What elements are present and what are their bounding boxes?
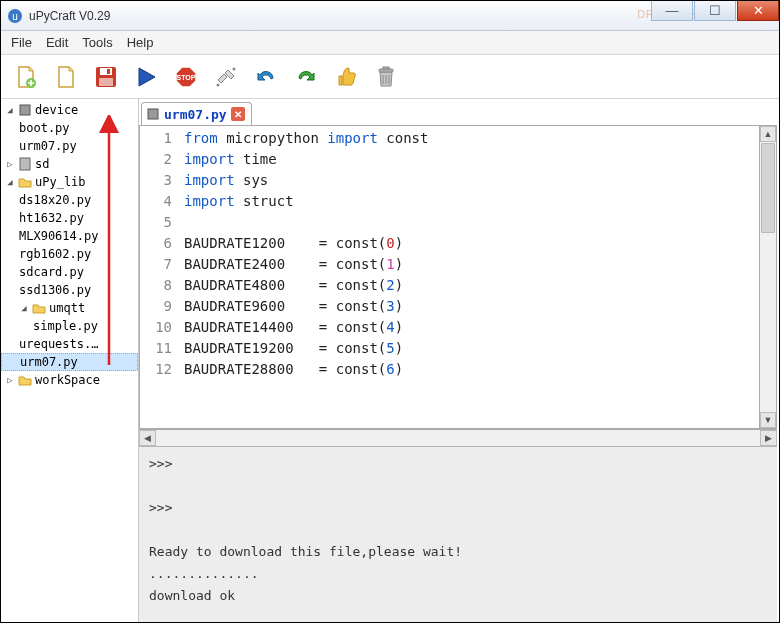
tree-label: workSpace bbox=[35, 373, 100, 387]
tree-label: sdcard.py bbox=[19, 265, 84, 279]
toolbar: STOP bbox=[1, 55, 779, 99]
titlebar: u uPyCraft V0.29 DF创客社区 — ☐ ✕ bbox=[1, 1, 779, 31]
console-line: download ok bbox=[149, 588, 235, 603]
tree-file[interactable]: MLX90614.py bbox=[1, 227, 138, 245]
new-file-button[interactable] bbox=[11, 62, 41, 92]
tree-node-upylib[interactable]: ◢uPy_lib bbox=[1, 173, 138, 191]
svg-rect-17 bbox=[20, 158, 30, 170]
stop-button[interactable]: STOP bbox=[171, 62, 201, 92]
console-line: >>> bbox=[149, 500, 172, 515]
svg-rect-19 bbox=[148, 109, 158, 119]
menu-tools[interactable]: Tools bbox=[82, 35, 112, 50]
svg-point-10 bbox=[233, 67, 236, 70]
scroll-right-icon[interactable]: ▶ bbox=[760, 430, 777, 446]
connect-button[interactable] bbox=[211, 62, 241, 92]
svg-point-9 bbox=[217, 83, 220, 86]
tab-label: urm07.py bbox=[164, 107, 227, 122]
menu-edit[interactable]: Edit bbox=[46, 35, 68, 50]
console-line: Ready to download this file,please wait! bbox=[149, 544, 462, 559]
tree-label: rgb1602.py bbox=[19, 247, 91, 261]
save-button[interactable] bbox=[91, 62, 121, 92]
sd-icon bbox=[18, 157, 32, 171]
expand-icon[interactable]: ▷ bbox=[5, 159, 15, 169]
tree-label: ds18x20.py bbox=[19, 193, 91, 207]
collapse-icon[interactable]: ◢ bbox=[5, 105, 15, 115]
tree-file[interactable]: ht1632.py bbox=[1, 209, 138, 227]
code-editor[interactable]: 123456789101112 from micropython import … bbox=[139, 125, 777, 429]
tree-node-umqtt[interactable]: ◢umqtt bbox=[1, 299, 138, 317]
content-area: ◢device boot.py urm07.py ▷sd ◢uPy_lib ds… bbox=[1, 99, 779, 622]
tree-file[interactable]: boot.py bbox=[1, 119, 138, 137]
minimize-button[interactable]: — bbox=[651, 1, 693, 21]
tree-file[interactable]: ds18x20.py bbox=[1, 191, 138, 209]
folder-icon bbox=[32, 301, 46, 315]
tree-file[interactable]: ssd1306.py bbox=[1, 281, 138, 299]
tab-urm07[interactable]: urm07.py ✕ bbox=[141, 102, 252, 126]
app-icon: u bbox=[7, 8, 23, 24]
tree-node-sd[interactable]: ▷sd bbox=[1, 155, 138, 173]
tree-label: sd bbox=[35, 157, 49, 171]
menu-file[interactable]: File bbox=[11, 35, 32, 50]
collapse-icon[interactable]: ◢ bbox=[19, 303, 29, 313]
undo-button[interactable] bbox=[251, 62, 281, 92]
tree-label: uPy_lib bbox=[35, 175, 86, 189]
svg-text:u: u bbox=[12, 11, 18, 22]
open-file-button[interactable] bbox=[51, 62, 81, 92]
maximize-button[interactable]: ☐ bbox=[694, 1, 736, 21]
tree-label: urm07.py bbox=[20, 355, 78, 369]
menu-help[interactable]: Help bbox=[127, 35, 154, 50]
tree-label: ht1632.py bbox=[19, 211, 84, 225]
svg-rect-4 bbox=[100, 68, 112, 75]
tree-file[interactable]: urm07.py bbox=[1, 137, 138, 155]
scroll-thumb[interactable] bbox=[761, 143, 775, 233]
like-button[interactable] bbox=[331, 62, 361, 92]
folder-icon bbox=[18, 175, 32, 189]
tree-label: device bbox=[35, 103, 78, 117]
tree-label: urequests.… bbox=[19, 337, 98, 351]
vertical-scrollbar[interactable]: ▲ ▼ bbox=[759, 126, 776, 428]
repl-console[interactable]: >>> >>> Ready to download this file,plea… bbox=[139, 446, 777, 622]
menubar: File Edit Tools Help bbox=[1, 31, 779, 55]
tree-file[interactable]: simple.py bbox=[1, 317, 138, 335]
svg-rect-12 bbox=[383, 67, 389, 69]
redo-button[interactable] bbox=[291, 62, 321, 92]
folder-icon bbox=[18, 373, 32, 387]
tree-file-selected[interactable]: urm07.py bbox=[1, 353, 138, 371]
scroll-up-icon[interactable]: ▲ bbox=[760, 126, 776, 142]
chip-icon bbox=[146, 107, 160, 121]
editor-area: urm07.py ✕ 123456789101112 from micropyt… bbox=[139, 99, 779, 622]
window-buttons: — ☐ ✕ bbox=[651, 1, 779, 21]
tree-label: urm07.py bbox=[19, 139, 77, 153]
scroll-left-icon[interactable]: ◀ bbox=[139, 430, 156, 446]
tree-file[interactable]: rgb1602.py bbox=[1, 245, 138, 263]
tree-file[interactable]: sdcard.py bbox=[1, 263, 138, 281]
svg-text:STOP: STOP bbox=[177, 74, 196, 81]
tree-label: simple.py bbox=[33, 319, 98, 333]
trash-button[interactable] bbox=[371, 62, 401, 92]
expand-icon[interactable]: ▷ bbox=[5, 375, 15, 385]
tree-label: boot.py bbox=[19, 121, 70, 135]
horizontal-scrollbar[interactable]: ◀ ▶ bbox=[139, 429, 777, 446]
svg-rect-6 bbox=[107, 69, 110, 74]
svg-rect-5 bbox=[99, 78, 113, 86]
svg-rect-16 bbox=[20, 105, 30, 115]
chip-icon bbox=[18, 103, 32, 117]
tree-label: MLX90614.py bbox=[19, 229, 98, 243]
console-line: .............. bbox=[149, 566, 259, 581]
run-button[interactable] bbox=[131, 62, 161, 92]
code-content[interactable]: from micropython import const import tim… bbox=[178, 126, 776, 428]
collapse-icon[interactable]: ◢ bbox=[5, 177, 15, 187]
tab-close-icon[interactable]: ✕ bbox=[231, 107, 245, 121]
file-tree: ◢device boot.py urm07.py ▷sd ◢uPy_lib ds… bbox=[1, 99, 139, 622]
scroll-down-icon[interactable]: ▼ bbox=[760, 412, 776, 428]
tree-node-device[interactable]: ◢device bbox=[1, 101, 138, 119]
tree-label: umqtt bbox=[49, 301, 85, 315]
tabbar: urm07.py ✕ bbox=[139, 99, 779, 125]
console-line: >>> bbox=[149, 456, 172, 471]
tree-file[interactable]: urequests.… bbox=[1, 335, 138, 353]
tree-label: ssd1306.py bbox=[19, 283, 91, 297]
tree-node-workspace[interactable]: ▷workSpace bbox=[1, 371, 138, 389]
line-gutter: 123456789101112 bbox=[140, 126, 178, 428]
close-button[interactable]: ✕ bbox=[737, 1, 779, 21]
